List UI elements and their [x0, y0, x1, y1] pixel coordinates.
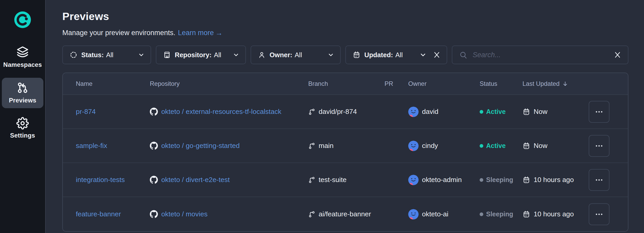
- learn-more-link[interactable]: Learn more →: [178, 29, 223, 37]
- gear-icon: [16, 117, 29, 130]
- chevron-down-icon: [328, 52, 334, 58]
- search-icon: [459, 51, 467, 59]
- repository-link[interactable]: okteto / divert-e2e-test: [161, 176, 230, 184]
- sidebar-nav: Namespaces Previews: [2, 42, 43, 143]
- git-branch-icon: [308, 108, 316, 115]
- repository-link[interactable]: okteto / movies: [161, 210, 207, 218]
- preview-name-link[interactable]: pr-874: [76, 108, 96, 116]
- clear-updated-filter-icon[interactable]: [433, 51, 440, 59]
- ellipsis-icon: [595, 213, 603, 215]
- column-header-branch[interactable]: Branch: [308, 80, 382, 87]
- sidebar-item-label: Settings: [10, 132, 35, 139]
- main-content: Previews Manage your preview environment…: [46, 0, 644, 233]
- previews-branch-icon: [16, 81, 29, 94]
- status-dot-icon: [480, 212, 483, 216]
- table-row[interactable]: sample-fix okteto / go-getting-started m…: [63, 129, 628, 163]
- table-row[interactable]: integration-tests okteto / divert-e2e-te…: [63, 163, 628, 197]
- calendar-icon: [522, 142, 530, 150]
- previews-table: Name Repository Branch PR Owner Status L…: [62, 73, 628, 232]
- chevron-down-icon: [233, 52, 239, 58]
- layers-icon: [16, 45, 30, 59]
- row-actions-button[interactable]: [589, 135, 609, 157]
- git-branch-icon: [308, 142, 316, 150]
- sidebar-item-previews[interactable]: Previews: [2, 78, 43, 108]
- owner-name: cindy: [422, 142, 438, 150]
- page-title: Previews: [62, 10, 628, 23]
- chevron-down-icon: [420, 51, 426, 58]
- table-row[interactable]: feature-banner okteto / movies ai/featur…: [63, 197, 628, 231]
- last-updated-value: Now: [534, 142, 547, 150]
- preview-name-link[interactable]: sample-fix: [76, 142, 107, 150]
- ellipsis-icon: [595, 145, 603, 147]
- table-row[interactable]: pr-874 okteto / external-resources-tf-lo…: [63, 95, 628, 129]
- owner-name: okteto-admin: [422, 176, 462, 184]
- status-label: Active: [486, 108, 506, 115]
- sort-descending-icon[interactable]: [562, 81, 568, 87]
- sidebar-item-namespaces[interactable]: Namespaces: [2, 42, 43, 73]
- repository-link[interactable]: okteto / go-getting-started: [161, 142, 240, 150]
- branch-name: test-suite: [319, 176, 347, 184]
- page-subtitle: Manage your preview environments. Learn …: [62, 29, 628, 37]
- column-header-repository[interactable]: Repository: [150, 80, 308, 87]
- ellipsis-icon: [595, 179, 603, 181]
- owner-avatar: [408, 141, 419, 151]
- sidebar-item-settings[interactable]: Settings: [2, 113, 43, 143]
- preview-name-link[interactable]: feature-banner: [76, 210, 121, 218]
- status-circle-icon: [70, 51, 77, 59]
- calendar-icon: [522, 176, 530, 184]
- github-icon: [150, 210, 158, 218]
- arrow-right-icon: →: [215, 29, 223, 37]
- table-header: Name Repository Branch PR Owner Status L…: [63, 73, 628, 95]
- person-icon: [258, 51, 266, 59]
- app-root: Namespaces Previews: [0, 0, 644, 233]
- clear-search-icon[interactable]: [614, 51, 621, 59]
- repository-link[interactable]: okteto / external-resources-tf-localstac…: [161, 108, 281, 116]
- github-icon: [150, 176, 158, 184]
- repository-icon: [163, 51, 171, 59]
- github-icon: [150, 108, 158, 116]
- git-branch-icon: [308, 176, 316, 184]
- branch-name: main: [319, 142, 333, 150]
- preview-name-link[interactable]: integration-tests: [76, 176, 125, 184]
- calendar-icon: [353, 51, 360, 59]
- status-filter-dropdown[interactable]: Status: All: [62, 46, 151, 64]
- ellipsis-icon: [595, 111, 603, 113]
- last-updated-value: 10 hours ago: [534, 210, 574, 218]
- owner-avatar: [408, 209, 419, 219]
- search-input[interactable]: [472, 51, 614, 59]
- last-updated-value: 10 hours ago: [534, 176, 574, 184]
- status-dot-icon: [480, 110, 483, 114]
- sidebar-item-label: Namespaces: [3, 61, 42, 68]
- status-label: Sleeping: [486, 176, 513, 184]
- chevron-down-icon: [138, 52, 144, 58]
- owner-avatar: [408, 107, 419, 117]
- column-header-status[interactable]: Status: [480, 80, 522, 87]
- column-header-name[interactable]: Name: [76, 80, 150, 87]
- row-actions-button[interactable]: [589, 169, 609, 191]
- row-actions-button[interactable]: [589, 203, 609, 225]
- owner-filter-dropdown[interactable]: Owner: All: [251, 46, 341, 64]
- column-header-owner[interactable]: Owner: [408, 80, 480, 87]
- repository-filter-dropdown[interactable]: Repository: All: [156, 46, 246, 64]
- row-actions-button[interactable]: [589, 101, 609, 123]
- column-header-last-updated[interactable]: Last Updated: [522, 80, 589, 87]
- owner-avatar: [408, 175, 419, 185]
- subtitle-text: Manage your preview environments.: [62, 29, 175, 37]
- calendar-icon: [522, 108, 530, 116]
- status-label: Active: [486, 142, 506, 150]
- status-dot-icon: [480, 144, 483, 148]
- search-box: [452, 46, 628, 64]
- sidebar-item-label: Previews: [9, 97, 36, 104]
- owner-name: okteto-ai: [422, 210, 448, 218]
- git-branch-icon: [308, 210, 316, 218]
- calendar-icon: [522, 210, 530, 218]
- status-dot-icon: [480, 178, 483, 182]
- sidebar: Namespaces Previews: [0, 0, 46, 233]
- updated-filter-dropdown[interactable]: Updated: All: [345, 46, 447, 64]
- last-updated-value: Now: [534, 108, 547, 116]
- filter-bar: Status: All Repository: All: [62, 46, 628, 64]
- github-icon: [150, 142, 158, 150]
- owner-name: david: [422, 108, 438, 116]
- okteto-logo[interactable]: [14, 11, 31, 28]
- column-header-pr[interactable]: PR: [382, 80, 408, 87]
